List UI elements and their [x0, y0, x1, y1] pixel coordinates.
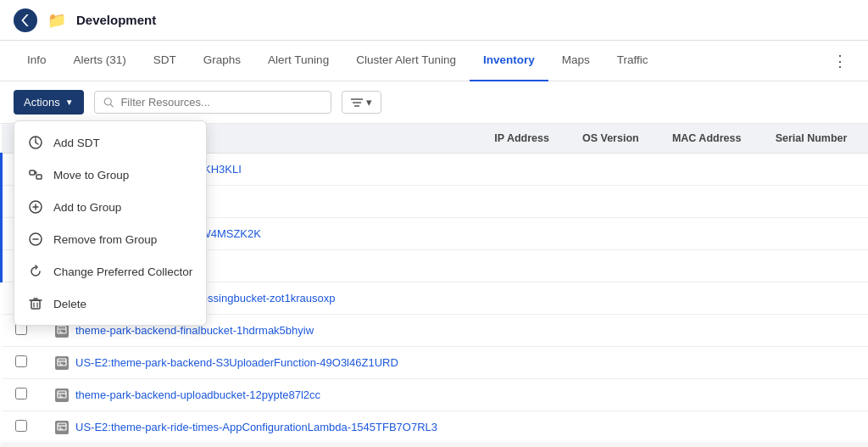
row-os [569, 347, 659, 379]
page-title: Development [76, 13, 156, 27]
actions-button[interactable]: Actions ▼ [14, 90, 84, 115]
row-checkbox[interactable] [15, 388, 27, 400]
svg-rect-9 [30, 170, 35, 175]
row-os [569, 411, 659, 444]
folder-icon: 📁 [47, 11, 66, 30]
table-row: US-E2:theme-park-backend-S3UploaderFunct… [2, 347, 869, 379]
row-serial [762, 315, 868, 347]
row-mac [659, 218, 762, 250]
row-ip [481, 154, 569, 186]
row-ip [481, 379, 569, 411]
resource-name: US-E2:theme-park-ride-times-AppConfigura… [75, 421, 437, 433]
svg-rect-10 [36, 175, 42, 179]
filter-icon [351, 98, 363, 108]
tab-sdt[interactable]: SDT [140, 41, 190, 81]
row-serial [762, 282, 868, 315]
row-checkbox-cell [2, 379, 42, 411]
row-ip [481, 315, 569, 347]
row-mac [659, 186, 762, 218]
tab-nav: Info Alerts (31) SDT Graphs Alert Tuning… [0, 41, 868, 81]
svg-line-7 [36, 142, 38, 144]
tab-traffic[interactable]: Traffic [604, 41, 662, 81]
tab-info[interactable]: Info [14, 41, 60, 81]
resource-link[interactable]: US-E2:theme-park-ride-times-AppConfigura… [55, 421, 467, 434]
tab-alert-tuning[interactable]: Alert Tuning [254, 41, 342, 81]
resource-name: theme-park-backend-uploadbucket-12pypte8… [75, 388, 320, 401]
row-os [569, 282, 659, 315]
table-row: US-E2:theme-park-ride-times-AppConfigura… [2, 411, 869, 444]
row-mac [659, 282, 762, 315]
dropdown-delete[interactable]: Delete [14, 288, 206, 320]
tab-maps[interactable]: Maps [548, 41, 604, 81]
resource-icon [55, 421, 69, 434]
row-ip [481, 218, 569, 250]
move-arrow-icon [28, 167, 43, 182]
row-mac [659, 347, 762, 379]
svg-rect-16 [31, 300, 40, 309]
actions-dropdown: Add SDT Move to Group Add to Group [14, 120, 207, 326]
row-ip [481, 411, 569, 444]
filter-chevron-icon: ▾ [366, 96, 372, 109]
row-mac [659, 379, 762, 411]
resource-icon [55, 356, 69, 370]
actions-chevron-icon: ▼ [65, 98, 74, 107]
resource-name: theme-park-backend-finalbucket-1hdrmak5b… [75, 324, 314, 337]
dropdown-add-sdt[interactable]: Add SDT [14, 126, 206, 159]
row-mac [659, 250, 762, 282]
resource-link[interactable]: US-E2:theme-park-backend-S3UploaderFunct… [55, 356, 467, 370]
row-mac [659, 154, 762, 186]
search-box [94, 91, 331, 114]
tab-inventory[interactable]: Inventory [470, 41, 548, 81]
toolbar: Actions ▼ ▾ Add SDT [0, 81, 868, 124]
dropdown-add-sdt-label: Add SDT [53, 137, 100, 149]
row-os [569, 218, 659, 250]
row-mac [659, 315, 762, 347]
col-ip: IP Address [481, 124, 569, 154]
resource-name: US-E2:theme-park-backend-S3UploaderFunct… [75, 356, 398, 369]
dropdown-add-to-group-label: Add to Group [53, 201, 121, 214]
row-os [569, 186, 659, 218]
search-input[interactable] [120, 96, 321, 109]
more-options-button[interactable]: ⋮ [826, 52, 854, 70]
row-serial [762, 218, 868, 250]
resource-link[interactable]: theme-park-backend-uploadbucket-12pypte8… [55, 388, 467, 402]
row-ip [481, 250, 569, 282]
row-os [569, 154, 659, 186]
row-checkbox-cell [2, 411, 42, 444]
top-bar: 📁 Development [0, 0, 868, 41]
tab-alerts[interactable]: Alerts (31) [60, 41, 140, 81]
col-serial: Serial Number [762, 124, 868, 154]
dropdown-move-to-group-label: Move to Group [53, 169, 129, 182]
col-mac: MAC Address [659, 124, 762, 154]
row-serial [762, 186, 868, 218]
dropdown-remove-from-group[interactable]: Remove from Group [14, 223, 206, 255]
dropdown-change-preferred-collector[interactable]: Change Preferred Collector [14, 255, 206, 288]
tab-cluster-alert-tuning[interactable]: Cluster Alert Tuning [342, 41, 470, 81]
row-checkbox[interactable] [15, 420, 27, 432]
dropdown-move-to-group[interactable]: Move to Group [14, 159, 206, 191]
tab-graphs[interactable]: Graphs [190, 41, 254, 81]
row-ip [481, 347, 569, 379]
row-mac [659, 411, 762, 444]
dropdown-add-to-group[interactable]: Add to Group [14, 191, 206, 223]
row-serial [762, 154, 868, 186]
svg-line-1 [110, 104, 113, 107]
row-checkbox-cell [2, 347, 42, 379]
filter-button[interactable]: ▾ [342, 91, 381, 114]
row-os [569, 315, 659, 347]
row-os [569, 379, 659, 411]
dropdown-change-preferred-collector-label: Change Preferred Collector [53, 265, 192, 278]
row-ip [481, 186, 569, 218]
back-button[interactable] [14, 8, 37, 32]
col-os: OS Version [569, 124, 659, 154]
row-resource-cell: theme-park-backend-uploadbucket-12pypte8… [42, 379, 481, 411]
row-serial [762, 411, 868, 444]
refresh-icon [28, 264, 43, 279]
row-serial [762, 250, 868, 282]
row-checkbox[interactable] [15, 355, 27, 367]
dropdown-delete-label: Delete [53, 298, 86, 310]
search-icon [103, 97, 114, 109]
row-resource-cell: US-E2:theme-park-backend-S3UploaderFunct… [42, 347, 481, 379]
plus-circle-icon [28, 199, 43, 215]
resource-icon [55, 388, 69, 402]
